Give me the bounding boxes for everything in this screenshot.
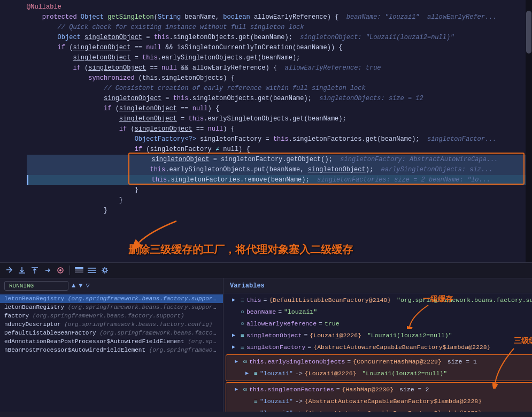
- stack-header: RUNNING ▲ ▼ ▽: [0, 278, 223, 293]
- code-line-21: }: [27, 206, 532, 216]
- code-line-20: }: [27, 195, 532, 206]
- code-line-13: if (singletonObject == null) {: [27, 124, 532, 134]
- stack-item-6[interactable]: nBeanPostProcessor$AutowiredFieldElement…: [0, 346, 223, 354]
- toolbar-separator-1: [70, 266, 70, 275]
- debug-toolbar: [0, 262, 532, 278]
- code-line-1: @Nullable: [27, 2, 532, 12]
- svg-rect-5: [75, 269, 83, 271]
- var-louzai1-factory: ≡ "louzai1" -> {AbstractAutowireCapableB…: [226, 396, 532, 407]
- editor-area: @Nullable protected Object getSingleton(…: [0, 0, 532, 262]
- code-content: @Nullable protected Object getSingleton(…: [0, 0, 532, 218]
- svg-rect-4: [75, 267, 83, 269]
- list-view-icon[interactable]: [87, 266, 97, 275]
- code-line-7: if (singletonObject == null && allowEarl…: [27, 63, 532, 73]
- expand-sf[interactable]: ▶: [235, 385, 241, 395]
- code-line-5: if (singletonObject == null && isSinglet…: [27, 43, 532, 53]
- code-line-19: }: [27, 185, 532, 195]
- vars-panel: Variables 一级缓存 三级缓存: [223, 278, 532, 412]
- var-singleton-factories: ▶ ∞ this.singletonFactories = {HashMap@2…: [226, 384, 532, 396]
- stack-list: letonBeanRegistry (org.springframework.b…: [0, 293, 223, 412]
- expand-this[interactable]: ▶: [232, 295, 238, 305]
- code-line-4: Object singletonObject = this.singletonO…: [27, 33, 532, 43]
- step-out-icon[interactable]: [43, 266, 52, 275]
- annotation-container: 删除三级缓存的工厂，将代理对象塞入二级缓存: [128, 242, 353, 257]
- vars-content-wrapper: 一级缓存 三级缓存: [223, 293, 532, 412]
- vars-header: Variables: [223, 278, 532, 293]
- stack-up-button[interactable]: ▲: [72, 282, 75, 290]
- stack-item-1[interactable]: letonBeanRegistry (org.springframework.b…: [0, 303, 223, 312]
- stack-item-5[interactable]: edAnnotationBeanPostProcessor$AutowiredF…: [0, 337, 223, 346]
- step-up-icon[interactable]: [30, 266, 40, 275]
- code-line-10: singletonObject = this.singletonObjects.…: [27, 94, 532, 104]
- stack-item-2[interactable]: factory (org.springframework.beans.facto…: [0, 312, 223, 320]
- settings-icon[interactable]: [100, 266, 110, 275]
- code-line-16: singletonObject = singletonFactory.getOb…: [27, 155, 532, 165]
- editor-scrollbar[interactable]: [526, 0, 532, 262]
- var-allow-early: ○ allowEarlyReference = true: [223, 318, 532, 330]
- variables-title: Variables: [230, 282, 265, 290]
- code-line-6: singletonObject = this.earlySingletonObj…: [27, 53, 532, 63]
- stack-item-4[interactable]: DefaultListableBeanFactory (org.springfr…: [0, 329, 223, 337]
- svg-rect-6: [75, 271, 83, 273]
- var-early-singleton: ▶ ∞ this.earlySingletonObjects = {Concur…: [226, 356, 532, 368]
- code-line-9: // Consistent creation of early referenc…: [27, 84, 532, 94]
- expand-louzai1[interactable]: ▶: [245, 369, 252, 378]
- stack-item-3[interactable]: ndencyDescriptor (org.springframework.be…: [0, 320, 223, 329]
- download-icon[interactable]: [17, 266, 27, 275]
- var-louzai1-early: ▶ ≡ "louzai1" -> {Louzai1@2226} "Louzai1…: [226, 368, 532, 380]
- var-singleton-factory: ▶ ≡ singletonFactory = {AbstractAutowire…: [223, 342, 532, 353]
- stack-panel: RUNNING ▲ ▼ ▽ letonBeanRegistry (org.spr…: [0, 278, 223, 412]
- code-line-8: synchronized (this.singletonObjects) {: [27, 73, 532, 84]
- var-beanname: ○ beanName = "louzai1": [223, 306, 532, 318]
- variables-list: ▶ ≡ this = {DefaultListableBeanFactory@2…: [223, 293, 532, 412]
- code-line-18: this.singletonFactories.remove(beanName)…: [27, 175, 532, 185]
- code-line-12: singletonObject = this.earlySingletonObj…: [27, 114, 532, 124]
- table-view-icon[interactable]: [74, 266, 84, 275]
- annotation-arrow: [134, 216, 198, 248]
- stack-item-0[interactable]: letonBeanRegistry (org.springframework.b…: [0, 294, 223, 303]
- svg-point-10: [103, 269, 106, 272]
- code-line-11: if (singletonObject == null) {: [27, 104, 532, 114]
- code-line-17: this.earlySingletonObjects.put(beanName,…: [27, 165, 532, 175]
- bottom-panel: RUNNING ▲ ▼ ▽ letonBeanRegistry (org.spr…: [0, 278, 532, 412]
- stack-filter-button[interactable]: ▽: [86, 282, 89, 290]
- var-louzai2-factory: ≡ "louzai2" -> {AbstractAutowireCapableB…: [226, 407, 532, 412]
- expand-early[interactable]: ▶: [235, 357, 241, 367]
- var-singleton-object: ▶ ≡ singletonObject = {Louzai1@2226} "Lo…: [223, 330, 532, 342]
- code-line-2: protected Object getSingleton(String bea…: [27, 12, 532, 22]
- step-over-icon[interactable]: [4, 266, 14, 275]
- code-line-14: ObjectFactory<?> singletonFactory = this…: [27, 134, 532, 145]
- svg-point-3: [59, 269, 61, 271]
- stack-down-button[interactable]: ▼: [79, 282, 82, 290]
- run-to-cursor-icon[interactable]: [56, 266, 65, 275]
- scrollbar-thumb[interactable]: [526, 11, 531, 54]
- code-line-3: // Quick check for existing instance wit…: [27, 22, 532, 33]
- var-this: ▶ ≡ this = {DefaultListableBeanFactory@2…: [223, 294, 532, 306]
- expand-singleton[interactable]: ▶: [232, 331, 238, 340]
- code-line-15: if (singletonFactory ≠ null) {: [27, 145, 532, 155]
- running-badge: RUNNING: [4, 281, 68, 291]
- annotation-text: 删除三级缓存的工厂，将代理对象塞入二级缓存: [128, 242, 353, 257]
- expand-factory[interactable]: ▶: [232, 343, 238, 352]
- early-singleton-section: ▶ ∞ this.earlySingletonObjects = {Concur…: [226, 354, 532, 381]
- singleton-factories-section: ▶ ∞ this.singletonFactories = {HashMap@2…: [226, 382, 532, 412]
